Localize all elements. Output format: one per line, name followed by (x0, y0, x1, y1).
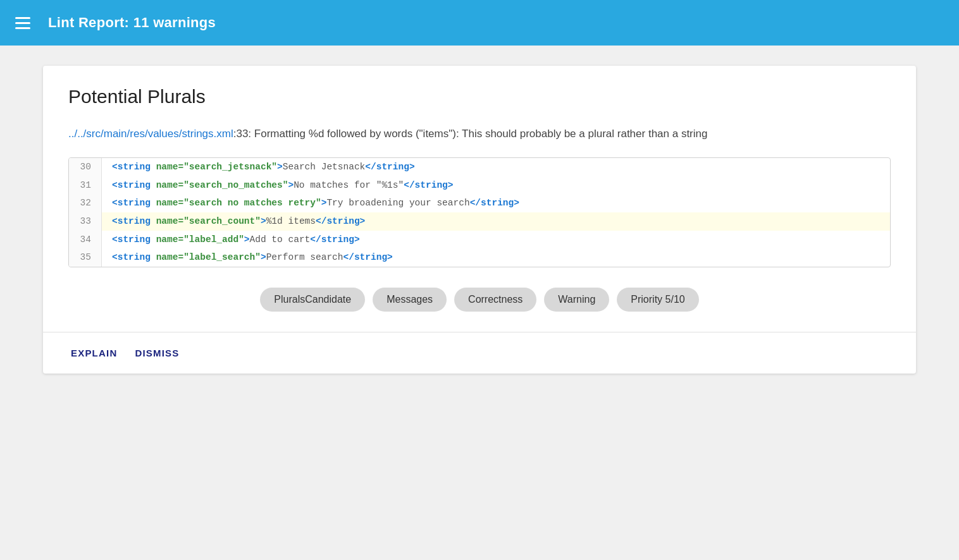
explain-button[interactable]: EXPLAIN (68, 345, 120, 361)
code-line-34: 34 <string name="label_add">Add to cart<… (69, 231, 890, 249)
description-text: :33: Formatting %d followed by words ("i… (233, 128, 708, 140)
dismiss-button[interactable]: DISMISS (132, 345, 182, 361)
card-title: Potential Plurals (68, 86, 891, 107)
app-header: Lint Report: 11 warnings (0, 0, 959, 46)
card-footer: EXPLAIN DISMISS (68, 332, 891, 374)
code-line-35: 35 <string name="label_search">Perform s… (69, 248, 890, 267)
card-description: ../../src/main/res/values/strings.xml:33… (68, 125, 891, 142)
line-number: 33 (69, 212, 102, 231)
tags-row: PluralsCandidate Messages Correctness Wa… (68, 288, 891, 332)
file-link[interactable]: ../../src/main/res/values/strings.xml (68, 128, 233, 140)
line-content: <string name="label_add">Add to cart</st… (102, 231, 890, 249)
tag-warning: Warning (544, 288, 609, 312)
line-content: <string name="search_no_matches">No matc… (102, 176, 890, 195)
line-number: 31 (69, 176, 102, 195)
tag-priority: Priority 5/10 (617, 288, 698, 312)
line-number: 32 (69, 194, 102, 212)
main-content: Potential Plurals ../../src/main/res/val… (0, 46, 959, 560)
code-line-32: 32 <string name="search no matches retry… (69, 194, 890, 212)
line-number: 34 (69, 231, 102, 249)
header-title: Lint Report: 11 warnings (48, 15, 216, 31)
code-line-30: 30 <string name="search_jetsnack">Search… (69, 158, 890, 176)
line-content: <string name="search_jetsnack">Search Je… (102, 158, 890, 176)
line-content: <string name="search_count">%1d items</s… (102, 212, 890, 231)
line-content: <string name="label_search">Perform sear… (102, 248, 890, 267)
line-content: <string name="search no matches retry">T… (102, 194, 890, 212)
code-block: 30 <string name="search_jetsnack">Search… (68, 157, 891, 267)
menu-icon[interactable] (15, 17, 30, 29)
line-number: 30 (69, 158, 102, 176)
lint-card: Potential Plurals ../../src/main/res/val… (43, 66, 916, 374)
tag-correctness: Correctness (454, 288, 536, 312)
line-number: 35 (69, 248, 102, 267)
code-line-33: 33 <string name="search_count">%1d items… (69, 212, 890, 231)
tag-messages: Messages (373, 288, 447, 312)
tag-plurals-candidate: PluralsCandidate (260, 288, 365, 312)
code-line-31: 31 <string name="search_no_matches">No m… (69, 176, 890, 195)
